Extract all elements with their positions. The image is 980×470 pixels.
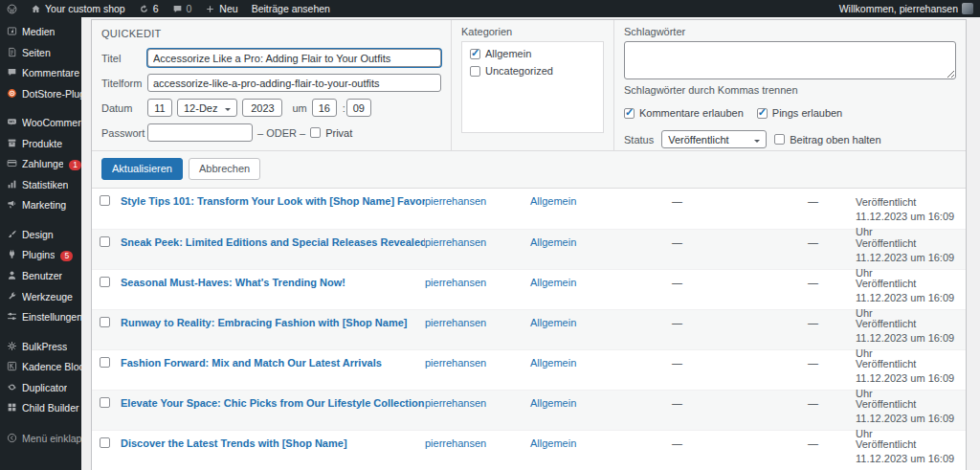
sidebar-item[interactable]: Design xyxy=(0,225,81,246)
welcome-label: Willkommen, pierrehansen xyxy=(839,3,958,14)
author-link[interactable]: pierrehansen xyxy=(425,437,530,449)
post-title-link[interactable]: Sneak Peek: Limited Editions and Special… xyxy=(121,236,425,248)
date-cell: Veröffentlicht 11.12.2023 um 16:09 Uhr xyxy=(856,277,962,323)
post-title-link[interactable]: Discover the Latest Trends with [Shop Na… xyxy=(121,437,425,449)
row-select-checkbox[interactable] xyxy=(100,195,110,206)
category-checkbox[interactable] xyxy=(470,49,480,59)
sidebar-item[interactable]: Child Builder xyxy=(0,398,81,419)
sidebar-item[interactable]: Zahlungen 1 xyxy=(0,154,81,175)
title-field[interactable] xyxy=(147,49,441,67)
tags-cell: — xyxy=(672,277,808,288)
allow-comments-toggle[interactable]: Kommentare erlauben xyxy=(624,107,744,119)
sidebar-item-label: WooCommerce xyxy=(22,118,81,129)
category-link[interactable]: Allgemein xyxy=(530,437,672,449)
author-link[interactable]: pierrehansen xyxy=(425,317,530,328)
category-checkbox[interactable] xyxy=(470,66,480,77)
sidebar-item[interactable]: Plugins 5 xyxy=(0,245,81,266)
quick-edit-submit-row: Aktualisieren Abbrechen xyxy=(92,150,966,188)
author-link[interactable]: pierrehansen xyxy=(425,236,530,248)
allow-comments-checkbox[interactable] xyxy=(624,108,635,119)
collapse-menu-button[interactable]: Menü einklappen xyxy=(0,429,81,450)
row-status-label: Veröffentlicht xyxy=(856,195,962,211)
new-content-button[interactable]: Neu xyxy=(198,0,244,17)
sidebar-item[interactable]: Kadence Blocks xyxy=(0,357,81,378)
account-menu-link[interactable]: Willkommen, pierrehansen xyxy=(833,0,980,17)
author-link[interactable]: pierrehansen xyxy=(425,195,530,207)
comments-cell: — xyxy=(808,437,856,449)
tags-textarea[interactable] xyxy=(624,41,956,79)
minute-field[interactable] xyxy=(346,99,371,117)
updates-link[interactable]: 6 xyxy=(132,0,166,17)
row-status-label: Veröffentlicht xyxy=(856,437,962,453)
category-link[interactable]: Allgemein xyxy=(530,277,672,288)
updates-icon xyxy=(139,4,149,14)
category-link[interactable]: Allgemein xyxy=(530,317,672,328)
sidebar-item[interactable]: Produkte xyxy=(0,134,81,155)
comments-cell: — xyxy=(808,317,856,328)
sticky-checkbox[interactable] xyxy=(774,134,785,145)
row-select-checkbox[interactable] xyxy=(100,397,110,408)
author-link[interactable]: pierrehansen xyxy=(425,277,530,288)
allow-pings-checkbox[interactable] xyxy=(757,108,768,119)
row-select-checkbox[interactable] xyxy=(100,437,110,448)
sticky-toggle[interactable]: Beitrag oben halten xyxy=(774,134,880,145)
sidebar-item[interactable]: DotStore-Plugins xyxy=(0,84,81,105)
row-select-checkbox[interactable] xyxy=(100,277,110,287)
sidebar-item-label: Produkte xyxy=(22,139,62,150)
date-cell: Veröffentlicht 11.12.2023 um 16:09 Uhr xyxy=(856,437,962,470)
category-option[interactable]: Allgemein xyxy=(470,48,595,59)
view-posts-link[interactable]: Beiträge ansehen xyxy=(245,0,337,17)
author-link[interactable]: pierrehansen xyxy=(425,397,530,409)
post-title-link[interactable]: Style Tips 101: Transform Your Look with… xyxy=(121,195,425,207)
sidebar-item[interactable]: Benutzer xyxy=(0,266,81,287)
comments-link[interactable]: 0 xyxy=(166,0,199,17)
password-field[interactable] xyxy=(147,123,253,142)
month-select[interactable]: 12-Dez xyxy=(177,99,237,117)
cancel-button[interactable]: Abbrechen xyxy=(189,158,260,180)
category-link[interactable]: Allgemein xyxy=(530,397,672,409)
author-link[interactable]: pierrehansen xyxy=(425,357,530,369)
wp-logo-button[interactable] xyxy=(0,0,24,17)
category-option[interactable]: Uncategorized xyxy=(470,65,595,77)
sidebar-item[interactable]: Einstellungen xyxy=(0,307,81,328)
row-date-label: 11.12.2023 um 16:09 Uhr xyxy=(856,452,962,470)
category-link[interactable]: Allgemein xyxy=(530,357,672,369)
hour-field[interactable] xyxy=(312,99,337,117)
post-title-link[interactable]: Runway to Reality: Embracing Fashion wit… xyxy=(121,317,425,328)
sidebar-item[interactable]: Medien xyxy=(0,22,81,43)
sidebar-item[interactable]: Marketing xyxy=(0,195,81,216)
row-select-checkbox[interactable] xyxy=(100,317,110,327)
sidebar-item[interactable]: Kommentare xyxy=(0,63,81,84)
sidebar-item[interactable]: BulkPress xyxy=(0,337,81,358)
category-link[interactable]: Allgemein xyxy=(530,195,672,207)
quick-edit-fields-column: QUICKEDIT Titel Titelform Datum 12-Dez xyxy=(92,20,451,150)
update-button[interactable]: Aktualisieren xyxy=(101,158,183,180)
time-joiner-label: um xyxy=(292,102,306,114)
comments-cell: — xyxy=(808,277,856,288)
post-title-link[interactable]: Seasonal Must-Haves: What's Trending Now… xyxy=(121,277,425,288)
sidebar-item[interactable]: Statistiken xyxy=(0,175,81,196)
status-select[interactable]: Veröffentlicht xyxy=(661,130,767,148)
categories-list[interactable]: Allgemein Uncategorized xyxy=(461,41,604,133)
admin-bar-spacer xyxy=(337,0,833,17)
sidebar-item-label: Design xyxy=(22,230,54,241)
post-title-link[interactable]: Elevate Your Space: Chic Picks from Our … xyxy=(121,397,425,409)
view-posts-label: Beiträge ansehen xyxy=(252,3,330,14)
sidebar-item[interactable]: WooCommerce xyxy=(0,113,81,134)
date-year-field[interactable] xyxy=(242,99,282,117)
allow-pings-toggle[interactable]: Pings erlauben xyxy=(757,107,842,119)
grid-icon xyxy=(7,402,17,415)
month-value: 12-Dez xyxy=(184,102,217,114)
site-name-link[interactable]: Your custom shop xyxy=(24,0,132,17)
sidebar-item[interactable]: Duplicator xyxy=(0,378,81,399)
category-link[interactable]: Allgemein xyxy=(530,236,672,248)
private-checkbox[interactable] xyxy=(310,127,321,138)
row-select-checkbox[interactable] xyxy=(100,236,110,247)
date-day-field[interactable] xyxy=(147,99,172,117)
post-title-link[interactable]: Fashion Forward: Mix and Match Our Lates… xyxy=(121,357,425,369)
sidebar-item[interactable]: Seiten xyxy=(0,43,81,64)
sidebar-item-label: Seiten xyxy=(22,48,51,59)
sidebar-item[interactable]: Werkzeuge xyxy=(0,287,81,308)
slug-field[interactable] xyxy=(147,74,441,92)
row-select-checkbox[interactable] xyxy=(100,357,110,368)
